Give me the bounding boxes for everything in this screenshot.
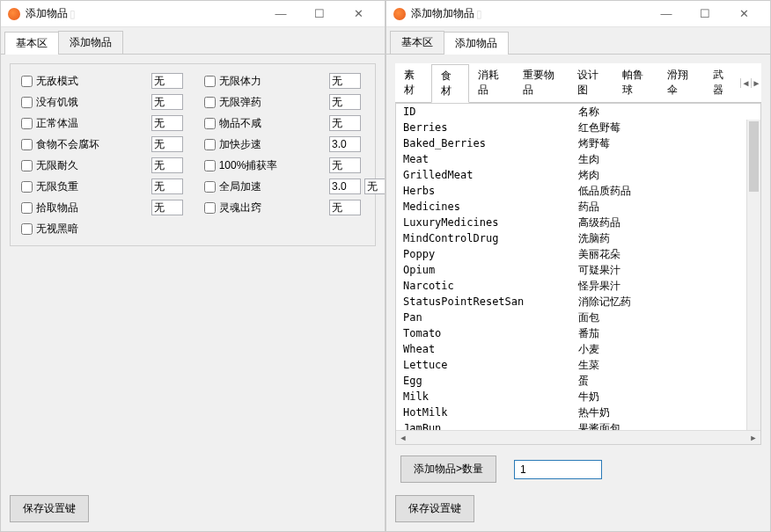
horizontal-scrollbar[interactable]: ◄ ► [396,430,760,444]
item-id: Wheat [403,342,578,356]
subtab-0[interactable]: 素材 [395,64,431,101]
scrollbar-thumb[interactable] [749,121,759,192]
cheat-checkbox[interactable]: 加快步速 [204,137,329,152]
subtab-4[interactable]: 设计图 [569,64,613,101]
scroll-left-icon[interactable]: ◄ [396,431,410,445]
cheat-checkbox[interactable]: 食物不会腐坏 [21,137,151,152]
cheat-value-input[interactable] [329,115,361,131]
item-id: Herbs [403,184,578,198]
list-item[interactable]: Pan面包 [396,310,760,325]
minimize-button[interactable]: — [647,2,686,26]
add-item-button[interactable]: 添加物品>数量 [400,455,496,483]
app-icon [8,8,20,20]
list-item[interactable]: GrilledMeat烤肉 [396,167,760,183]
right-content: 素材食材消耗品重要物品设计图帕鲁球滑翔伞武器◄► ID 名称 Berries红色… [386,55,770,531]
item-id: Egg [403,374,578,388]
list-item[interactable]: Opium可疑果汁 [396,262,760,278]
left-window: 添加物品 ▯ — ☐ ✕ 基本区 添加物品 无敌模式无限体力没有饥饿无限弹药正常… [0,0,386,532]
list-item[interactable]: Herbs低品质药品 [396,183,760,199]
cheat-value-input[interactable] [151,136,183,152]
cheat-value-input[interactable] [151,157,183,173]
item-name: 蛋 [578,374,753,388]
tab-basic[interactable]: 基本区 [390,31,444,54]
cheat-value-input[interactable] [364,179,385,194]
list-item[interactable]: Milk牛奶 [396,389,760,404]
item-name: 面包 [578,310,753,324]
list-item[interactable]: LuxuryMedicines高级药品 [396,215,760,230]
list-item[interactable]: MindControlDrug洗脑药 [396,230,760,246]
cheat-value-input[interactable] [329,200,361,215]
list-item[interactable]: StatusPointResetSan消除记忆药 [396,294,760,310]
item-name: 果酱面包 [578,421,753,430]
cheat-value-input[interactable] [151,115,183,131]
titlebar: 添加物加物品 ▯ — ☐ ✕ [386,1,770,27]
cheat-checkbox[interactable]: 灵魂出窍 [204,200,329,215]
subtab-6[interactable]: 滑翔伞 [658,64,703,101]
quantity-input[interactable] [514,460,602,479]
list-item[interactable]: Narcotic怪异果汁 [396,278,760,294]
cheat-checkbox[interactable]: 无限耐久 [21,158,151,173]
maximize-button[interactable]: ☐ [686,2,724,26]
cheat-checkbox[interactable]: 无视黑暗 [21,222,151,237]
subtab-left-icon[interactable]: ◄ [740,78,751,88]
cheat-value-input[interactable] [151,179,183,194]
cheat-value-input[interactable] [329,136,361,152]
left-content: 无敌模式无限体力没有饥饿无限弹药正常体温物品不咸食物不会腐坏加快步速无限耐久10… [1,55,385,531]
tab-basic[interactable]: 基本区 [4,32,59,55]
item-name: 热牛奶 [578,405,753,419]
cheat-checkbox[interactable]: 没有饥饿 [21,95,151,110]
maximize-button[interactable]: ☐ [300,2,339,26]
cheat-checkbox[interactable]: 无限体力 [204,74,329,89]
list-item[interactable]: Berries红色野莓 [396,120,760,135]
list-item[interactable]: HotMilk热牛奶 [396,404,760,420]
cheat-value-input[interactable] [329,94,361,110]
save-settings-button[interactable]: 保存设置键 [10,495,89,522]
item-id: HotMilk [403,405,578,419]
add-row: 添加物品>数量 [395,445,761,486]
subtab-2[interactable]: 消耗品 [469,64,514,101]
scroll-right-icon[interactable]: ► [746,431,760,445]
cheat-checkbox[interactable]: 物品不咸 [204,116,329,131]
cheat-value-input[interactable] [151,73,183,89]
list-item[interactable]: Meat生肉 [396,151,760,167]
vertical-scrollbar[interactable] [746,120,760,430]
item-name: 洗脑药 [578,231,753,245]
close-button[interactable]: ✕ [724,2,763,26]
cheat-value-input[interactable] [151,200,183,215]
item-id: JamBun [403,421,578,430]
item-name: 高级药品 [578,215,753,230]
cheat-checkbox[interactable]: 正常体温 [21,116,151,131]
minimize-button[interactable]: — [261,2,300,26]
close-button[interactable]: ✕ [339,2,378,26]
tab-additems[interactable]: 添加物品 [58,31,123,54]
list-item[interactable]: Baked_Berries烤野莓 [396,135,760,151]
subtab-1[interactable]: 食材 [431,64,468,103]
item-id: Narcotic [403,279,578,293]
list-item[interactable]: Wheat小麦 [396,341,760,357]
subtab-5[interactable]: 帕鲁球 [613,64,658,101]
tab-additems[interactable]: 添加物品 [444,32,509,55]
cheat-checkbox[interactable]: 无限负重 [21,179,151,194]
item-id: Baked_Berries [403,136,578,150]
cheat-value-input[interactable] [151,94,183,110]
save-settings-button[interactable]: 保存设置键 [395,495,474,522]
list-item[interactable]: Egg蛋 [396,373,760,389]
cheat-checkbox[interactable]: 100%捕获率 [204,158,329,173]
item-id: MindControlDrug [403,231,578,245]
list-item[interactable]: Medicines药品 [396,199,760,215]
cheat-value-input[interactable] [329,157,361,173]
cheat-checkbox[interactable]: 无敌模式 [21,74,151,89]
cheat-checkbox[interactable]: 全局加速 [204,179,329,194]
list-item[interactable]: Poppy美丽花朵 [396,246,760,262]
list-item[interactable]: Lettuce生菜 [396,357,760,373]
subtab-7[interactable]: 武器 [704,64,740,101]
list-item[interactable]: JamBun果酱面包 [396,420,760,430]
list-body[interactable]: Berries红色野莓Baked_Berries烤野莓Meat生肉Grilled… [396,120,760,430]
subtab-3[interactable]: 重要物品 [514,64,569,101]
cheat-checkbox[interactable]: 拾取物品 [21,200,151,215]
subtab-right-icon[interactable]: ► [751,78,761,88]
cheat-checkbox[interactable]: 无限弹药 [204,95,329,110]
list-item[interactable]: Tomato番茄 [396,325,760,341]
cheat-value-input[interactable] [329,73,361,89]
cheat-value-input[interactable] [329,179,361,194]
